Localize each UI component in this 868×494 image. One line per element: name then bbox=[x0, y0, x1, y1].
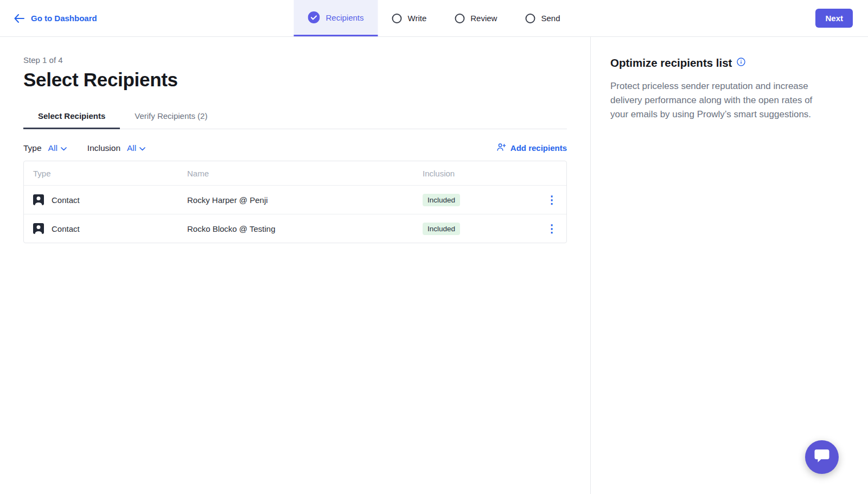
step-label: Write bbox=[408, 14, 427, 23]
back-to-dashboard-link[interactable]: Go to Dashboard bbox=[14, 14, 97, 23]
person-plus-icon bbox=[496, 142, 506, 154]
step-review[interactable]: Review bbox=[441, 0, 511, 36]
actions-cell: ⋮ bbox=[534, 192, 566, 207]
next-button[interactable]: Next bbox=[815, 9, 853, 28]
radio-circle-icon bbox=[392, 14, 402, 23]
type-value: Contact bbox=[52, 224, 80, 233]
type-filter-label: Type bbox=[23, 143, 42, 153]
inclusion-filter-label: Inclusion bbox=[87, 143, 120, 153]
main-content: Step 1 of 4 Select Recipients Select Rec… bbox=[0, 37, 590, 494]
step-send[interactable]: Send bbox=[511, 0, 574, 36]
tab-select-recipients[interactable]: Select Recipients bbox=[23, 105, 120, 129]
type-value: Contact bbox=[52, 195, 80, 205]
contact-card-icon bbox=[33, 223, 44, 234]
header-name: Name bbox=[178, 169, 413, 178]
arrow-left-icon bbox=[14, 14, 24, 23]
page-body: Step 1 of 4 Select Recipients Select Rec… bbox=[0, 37, 868, 494]
chevron-down-icon bbox=[139, 143, 145, 153]
header-inclusion: Inclusion bbox=[413, 169, 534, 178]
tabs: Select Recipients Verify Recipients (2) bbox=[23, 105, 567, 129]
inclusion-cell: Included bbox=[413, 223, 534, 235]
right-sidebar: Optimize recipients list Protect pricele… bbox=[590, 37, 868, 494]
name-cell: Rocky Harper @ Penji bbox=[178, 195, 413, 205]
back-link-label: Go to Dashboard bbox=[31, 14, 97, 23]
chat-widget-button[interactable] bbox=[805, 440, 839, 474]
kebab-menu-icon[interactable]: ⋮ bbox=[543, 192, 560, 207]
step-indicator: Step 1 of 4 bbox=[23, 55, 567, 65]
type-filter-dropdown[interactable]: All bbox=[48, 143, 67, 153]
type-filter: Type All bbox=[23, 143, 67, 153]
table-header-row: Type Name Inclusion bbox=[24, 161, 566, 185]
stepper: Recipients Write Review Send bbox=[293, 0, 574, 36]
filters-row: Type All Inclusion All bbox=[23, 142, 567, 154]
step-recipients[interactable]: Recipients bbox=[293, 0, 378, 36]
radio-circle-icon bbox=[525, 14, 535, 23]
sidebar-description: Protect priceless sender reputation and … bbox=[610, 79, 820, 122]
sidebar-title-row: Optimize recipients list bbox=[610, 56, 820, 69]
name-cell: Rocko Blocko @ Testing bbox=[178, 224, 413, 233]
check-circle-icon bbox=[308, 11, 320, 23]
table-row[interactable]: Contact Rocko Blocko @ Testing Included … bbox=[24, 214, 566, 243]
step-write[interactable]: Write bbox=[378, 0, 441, 36]
chat-icon bbox=[814, 448, 830, 466]
type-cell: Contact bbox=[24, 194, 178, 205]
add-recipients-button[interactable]: Add recipients bbox=[496, 142, 567, 154]
add-recipients-label: Add recipients bbox=[510, 143, 567, 153]
info-icon[interactable] bbox=[737, 58, 745, 68]
inclusion-filter-dropdown[interactable]: All bbox=[127, 143, 145, 153]
radio-circle-icon bbox=[455, 14, 464, 23]
sidebar-title: Optimize recipients list bbox=[610, 56, 732, 69]
step-label: Recipients bbox=[326, 13, 363, 22]
topbar: Go to Dashboard Recipients Write Review … bbox=[0, 0, 868, 37]
actions-cell: ⋮ bbox=[534, 221, 566, 236]
kebab-menu-icon[interactable]: ⋮ bbox=[543, 221, 560, 236]
type-cell: Contact bbox=[24, 223, 178, 234]
step-label: Send bbox=[541, 14, 560, 23]
status-badge: Included bbox=[423, 194, 460, 206]
inclusion-filter: Inclusion All bbox=[87, 143, 145, 153]
inclusion-filter-value: All bbox=[127, 143, 136, 153]
status-badge: Included bbox=[423, 223, 460, 235]
page-title: Select Recipients bbox=[23, 69, 567, 91]
recipients-table: Type Name Inclusion Contact Rocky Harper… bbox=[23, 161, 567, 243]
tab-verify-recipients[interactable]: Verify Recipients (2) bbox=[120, 105, 222, 129]
step-label: Review bbox=[470, 14, 497, 23]
contact-card-icon bbox=[33, 194, 44, 205]
header-type: Type bbox=[24, 169, 178, 178]
inclusion-cell: Included bbox=[413, 194, 534, 206]
type-filter-value: All bbox=[48, 143, 58, 153]
table-row[interactable]: Contact Rocky Harper @ Penji Included ⋮ bbox=[24, 185, 566, 214]
chevron-down-icon bbox=[61, 143, 67, 153]
